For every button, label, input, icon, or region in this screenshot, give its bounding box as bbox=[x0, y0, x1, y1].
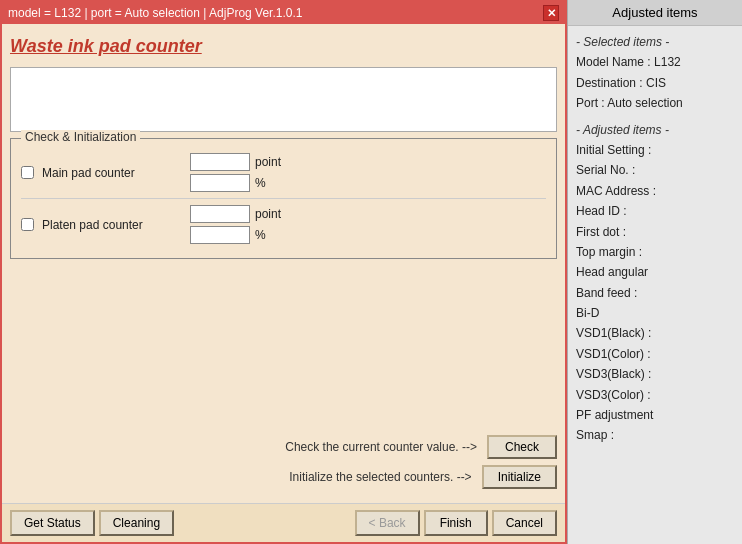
right-item-headangular: Head angular bbox=[576, 262, 734, 282]
cleaning-button[interactable]: Cleaning bbox=[99, 510, 174, 536]
check-button[interactable]: Check bbox=[487, 435, 557, 459]
selected-item-port: Port : Auto selection bbox=[576, 93, 734, 113]
selected-items-title: - Selected items - bbox=[576, 32, 734, 52]
initialize-button[interactable]: Initialize bbox=[482, 465, 557, 489]
platen-pad-point-unit: point bbox=[255, 207, 285, 221]
right-item-headid: Head ID : bbox=[576, 201, 734, 221]
right-item-topmargin: Top margin : bbox=[576, 242, 734, 262]
platen-pad-percent-input[interactable] bbox=[190, 226, 250, 244]
right-item-initial: Initial Setting : bbox=[576, 140, 734, 160]
main-window: model = L132 | port = Auto selection | A… bbox=[0, 0, 567, 544]
group-box-title: Check & Initialization bbox=[21, 130, 140, 144]
action-area: Check the current counter value. --> Che… bbox=[10, 429, 557, 495]
back-button[interactable]: < Back bbox=[355, 510, 420, 536]
selected-item-model: Model Name : L132 bbox=[576, 52, 734, 72]
cancel-button[interactable]: Cancel bbox=[492, 510, 557, 536]
right-item-smap: Smap : bbox=[576, 425, 734, 445]
selected-item-destination: Destination : CIS bbox=[576, 73, 734, 93]
right-item-vsd3black: VSD3(Black) : bbox=[576, 364, 734, 384]
main-pad-percent-unit: % bbox=[255, 176, 285, 190]
right-panel-scroll[interactable]: - Selected items - Model Name : L132 Des… bbox=[568, 26, 742, 544]
bottom-bar: Get Status Cleaning < Back Finish Cancel bbox=[2, 503, 565, 542]
main-pad-percent-row: % bbox=[190, 174, 285, 192]
initialize-action-label: Initialize the selected counters. --> bbox=[289, 470, 471, 484]
platen-pad-percent-row: % bbox=[190, 226, 285, 244]
main-pad-point-row: point bbox=[190, 153, 285, 171]
right-panel: Adjusted items - Selected items - Model … bbox=[567, 0, 742, 544]
check-initialization-group: Check & Initialization Main pad counter … bbox=[10, 138, 557, 259]
right-item-vsd1color: VSD1(Color) : bbox=[576, 344, 734, 364]
platen-pad-percent-unit: % bbox=[255, 228, 285, 242]
title-bar: model = L132 | port = Auto selection | A… bbox=[2, 2, 565, 24]
right-item-vsd3color: VSD3(Color) : bbox=[576, 385, 734, 405]
main-pad-label: Main pad counter bbox=[42, 166, 162, 180]
get-status-button[interactable]: Get Status bbox=[10, 510, 95, 536]
finish-button[interactable]: Finish bbox=[424, 510, 488, 536]
main-pad-inputs: point % bbox=[190, 153, 285, 192]
right-item-serial: Serial No. : bbox=[576, 160, 734, 180]
main-pad-percent-input[interactable] bbox=[190, 174, 250, 192]
right-item-firstdot: First dot : bbox=[576, 222, 734, 242]
close-button[interactable]: ✕ bbox=[543, 5, 559, 21]
right-section-selected: - Selected items - Model Name : L132 Des… bbox=[576, 32, 734, 114]
main-pad-checkbox[interactable] bbox=[21, 166, 34, 179]
main-pad-counter-row: Main pad counter point % bbox=[21, 147, 546, 198]
platen-pad-point-input[interactable] bbox=[190, 205, 250, 223]
platen-pad-counter-row: Platen pad counter point % bbox=[21, 198, 546, 250]
log-textarea[interactable] bbox=[10, 67, 557, 132]
check-action-row: Check the current counter value. --> Che… bbox=[10, 435, 557, 459]
adjusted-items-title: - Adjusted items - bbox=[576, 120, 734, 140]
initialize-action-row: Initialize the selected counters. --> In… bbox=[10, 465, 557, 489]
right-item-bid: Bi-D bbox=[576, 303, 734, 323]
right-panel-header: Adjusted items bbox=[568, 0, 742, 26]
main-pad-point-unit: point bbox=[255, 155, 285, 169]
platen-pad-checkbox[interactable] bbox=[21, 218, 34, 231]
platen-pad-inputs: point % bbox=[190, 205, 285, 244]
right-item-pfadj: PF adjustment bbox=[576, 405, 734, 425]
bottom-right-buttons: < Back Finish Cancel bbox=[355, 510, 557, 536]
platen-pad-label: Platen pad counter bbox=[42, 218, 162, 232]
page-title: Waste ink pad counter bbox=[10, 32, 557, 61]
right-item-mac: MAC Address : bbox=[576, 181, 734, 201]
right-item-bandfeed: Band feed : bbox=[576, 283, 734, 303]
bottom-left-buttons: Get Status Cleaning bbox=[10, 510, 174, 536]
main-content: Waste ink pad counter Check & Initializa… bbox=[2, 24, 565, 503]
platen-pad-point-row: point bbox=[190, 205, 285, 223]
right-section-adjusted: - Adjusted items - Initial Setting : Ser… bbox=[576, 120, 734, 446]
main-pad-point-input[interactable] bbox=[190, 153, 250, 171]
check-action-label: Check the current counter value. --> bbox=[285, 440, 477, 454]
right-item-vsd1black: VSD1(Black) : bbox=[576, 323, 734, 343]
title-bar-text: model = L132 | port = Auto selection | A… bbox=[8, 6, 302, 20]
